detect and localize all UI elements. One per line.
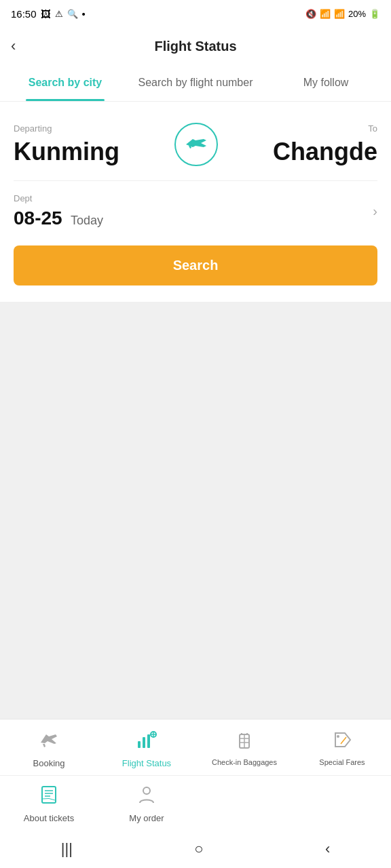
plane-swap-icon[interactable] <box>172 121 220 168</box>
search-icon: 🔍 <box>67 9 78 19</box>
nav-flight-status[interactable]: Flight Status <box>98 726 196 771</box>
chevron-right-icon: › <box>373 203 377 219</box>
status-left: 16:50 🖼 ⚠ 🔍 • <box>11 8 86 20</box>
warning-icon: ⚠ <box>55 9 63 19</box>
bottom-nav-row-1: Booking Flight Status <box>0 719 391 775</box>
svg-point-12 <box>337 735 339 738</box>
plane-svg <box>183 135 209 154</box>
special-fares-icon <box>331 729 353 754</box>
search-button[interactable]: Search <box>14 245 377 285</box>
mute-icon: 🔇 <box>305 9 316 19</box>
battery-display: 20% <box>348 9 366 19</box>
search-form: Departing Kunming To Changde Dept 08-25 … <box>0 102 391 302</box>
to-label: To <box>368 123 377 134</box>
status-right: 🔇 📶 📶 20% 🔋 <box>305 9 380 19</box>
battery-icon: 🔋 <box>369 9 380 19</box>
wifi-icon: 📶 <box>320 9 331 19</box>
from-city: Kunming <box>14 138 119 166</box>
city-selection-row: Departing Kunming To Changde <box>14 121 377 168</box>
departing-section[interactable]: Departing Kunming <box>14 123 119 166</box>
plane-circle <box>174 123 218 166</box>
departing-label: Departing <box>14 123 119 134</box>
flight-status-icon <box>136 729 157 754</box>
nav-special-fares[interactable]: Special Fares <box>293 726 391 771</box>
date-selector[interactable]: Dept 08-25 Today › <box>14 193 377 229</box>
checkin-label: Check-in Baggages <box>212 758 277 766</box>
to-city: Changde <box>273 138 377 166</box>
nav-checkin-baggages[interactable]: Check-in Baggages <box>196 726 293 771</box>
bottom-nav: Booking Flight Status <box>0 719 391 830</box>
nav-booking[interactable]: Booking <box>0 726 98 771</box>
page-title: Flight Status <box>154 39 236 54</box>
booking-label: Booking <box>33 758 65 768</box>
svg-rect-0 <box>138 741 141 748</box>
divider <box>14 180 377 181</box>
svg-line-13 <box>341 737 346 744</box>
dept-date-row: 08-25 Today <box>14 208 103 229</box>
sys-back-button[interactable]: ‹ <box>325 840 330 858</box>
results-area <box>0 302 391 719</box>
checkin-icon <box>234 729 255 754</box>
departure-date: 08-25 <box>14 208 62 229</box>
dot-icon: • <box>82 8 86 20</box>
time-display: 16:50 <box>11 8 37 20</box>
tab-search-by-flight-number[interactable]: Search by flight number <box>130 65 261 101</box>
tab-search-by-city[interactable]: Search by city <box>0 65 130 101</box>
dept-label: Dept <box>14 193 103 203</box>
nav-my-order[interactable]: My order <box>98 781 196 826</box>
header: ‹ Flight Status <box>0 27 391 65</box>
signal-icon: 📶 <box>334 9 345 19</box>
sys-menu-button[interactable]: ||| <box>61 840 73 858</box>
back-button[interactable]: ‹ <box>11 37 16 55</box>
flight-status-label: Flight Status <box>122 758 171 768</box>
svg-rect-14 <box>42 787 56 803</box>
svg-rect-1 <box>143 737 145 748</box>
system-nav-bar: ||| ○ ‹ <box>0 830 391 868</box>
about-tickets-icon <box>38 784 60 809</box>
booking-icon <box>38 729 60 754</box>
special-fares-label: Special Fares <box>319 758 365 766</box>
status-bar: 16:50 🖼 ⚠ 🔍 • 🔇 📶 📶 20% 🔋 <box>0 0 391 27</box>
my-order-icon <box>136 784 157 809</box>
about-tickets-label: About tickets <box>24 813 74 823</box>
tab-my-follow[interactable]: My follow <box>261 65 391 101</box>
day-label: Today <box>71 214 103 227</box>
bottom-nav-row-2: About tickets My order <box>0 775 391 830</box>
svg-rect-2 <box>147 734 150 748</box>
tab-bar: Search by city Search by flight number M… <box>0 65 391 102</box>
photo-icon: 🖼 <box>41 8 51 20</box>
svg-point-18 <box>143 787 150 794</box>
destination-section[interactable]: To Changde <box>273 123 377 166</box>
my-order-label: My order <box>129 813 164 823</box>
nav-about-tickets[interactable]: About tickets <box>0 781 98 826</box>
sys-home-button[interactable]: ○ <box>194 840 203 858</box>
